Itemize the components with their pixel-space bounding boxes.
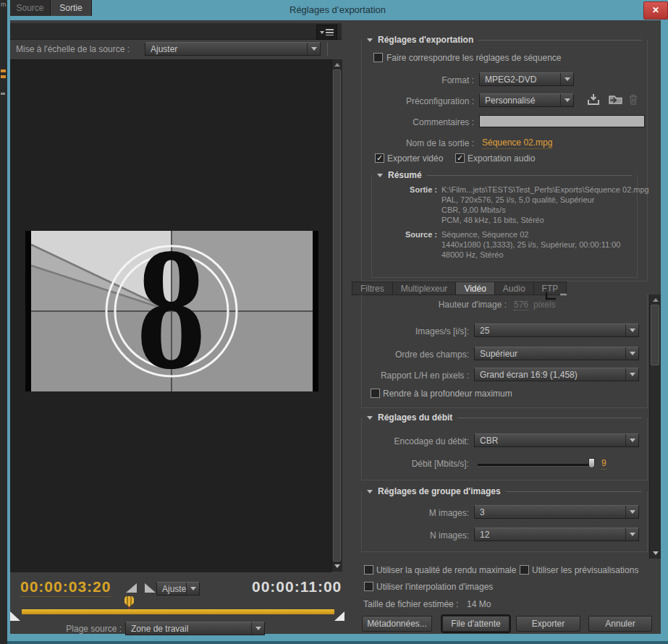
scrollbar-thumb[interactable] bbox=[333, 69, 341, 562]
scroll-down-icon[interactable] bbox=[650, 551, 661, 555]
preset-dropdown[interactable]: Personnalisé bbox=[479, 93, 574, 107]
chevron-down-icon bbox=[625, 324, 638, 336]
summary-output-line: PCM, 48 kHz, 16 bits, Stéréo bbox=[441, 216, 544, 224]
export-button[interactable]: Exporter bbox=[516, 616, 580, 632]
tab-filtres[interactable]: Filtres bbox=[352, 281, 393, 295]
summary-output-label: Sortie : bbox=[376, 185, 437, 194]
background-app-strip: m bbox=[0, 0, 7, 644]
scroll-down-icon[interactable] bbox=[332, 564, 342, 568]
disclosure-triangle-icon bbox=[367, 416, 373, 420]
save-preset-icon[interactable] bbox=[587, 93, 600, 106]
bitrate-encoding-dropdown[interactable]: CBR bbox=[474, 433, 639, 447]
tab-audio[interactable]: Audio bbox=[495, 281, 534, 295]
bitrate-value[interactable]: 9 bbox=[601, 458, 606, 470]
filesize-value: 14 Mo bbox=[467, 599, 491, 609]
chevron-down-icon bbox=[625, 347, 638, 360]
timeline-bar[interactable] bbox=[22, 609, 334, 614]
dialog-title: Réglages d’exportation bbox=[7, 0, 668, 20]
bitrate-label: Débit [Mbits/s]: bbox=[351, 459, 469, 469]
chevron-down-icon bbox=[186, 582, 199, 595]
settings-vertical-scrollbar[interactable] bbox=[649, 295, 661, 559]
chevron-down-icon bbox=[625, 368, 638, 381]
preview-vertical-scrollbar[interactable] bbox=[331, 59, 342, 572]
scroll-up-icon[interactable] bbox=[650, 298, 661, 302]
export-audio-label: Exportation audio bbox=[468, 153, 535, 164]
tab-sortie[interactable]: Sortie bbox=[51, 0, 92, 16]
countdown-digit: 8 bbox=[136, 231, 206, 391]
gop-m-dropdown[interactable]: 3 bbox=[474, 505, 639, 519]
frame-height-value[interactable]: 576 bbox=[514, 300, 528, 310]
bitrate-header[interactable]: Réglages du débit bbox=[367, 412, 642, 423]
disclosure-triangle-icon bbox=[367, 490, 373, 493]
preset-value: Personnalisé bbox=[480, 96, 560, 106]
tab-source[interactable]: Source bbox=[10, 0, 51, 16]
summary-source-line: 1440x1080 (1,3333), 25 i/s, Supérieur, 0… bbox=[441, 240, 620, 249]
fps-dropdown[interactable]: 25 bbox=[474, 323, 639, 337]
countdown-frame-image: 8 bbox=[31, 231, 313, 391]
export-settings-dialog: m Réglages d’exportation ✕ Source Sortie… bbox=[0, 0, 668, 644]
queue-button[interactable]: File d'attente bbox=[442, 616, 510, 632]
title-bar[interactable]: Réglages d’exportation bbox=[7, 0, 668, 21]
link-dimensions-icon[interactable] bbox=[545, 292, 567, 302]
export-video-label: Exporter vidéo bbox=[387, 153, 443, 164]
summary-source-label: Source : bbox=[376, 230, 437, 239]
summary-output-line: K:\Film...jets\TESTS\Test_Perfs\Exports\… bbox=[441, 185, 649, 194]
dialog-border-bottom-shadow bbox=[7, 641, 668, 644]
close-button[interactable]: ✕ bbox=[643, 1, 668, 20]
metadata-button[interactable]: Métadonnées... bbox=[362, 616, 432, 632]
duration-timecode: 00:00:11:00 bbox=[252, 578, 342, 596]
fps-value: 25 bbox=[475, 326, 625, 336]
dialog-border-bottom bbox=[7, 634, 668, 641]
scroll-up-icon[interactable] bbox=[332, 63, 342, 67]
export-settings-header[interactable]: Réglages d'exportation bbox=[367, 35, 642, 45]
gop-header[interactable]: Réglages de groupe d'images bbox=[367, 486, 642, 496]
export-video-checkbox[interactable]: ✓ bbox=[375, 153, 384, 163]
output-name-link[interactable]: Séquence 02.mpg bbox=[482, 137, 552, 149]
output-name-label: Nom de la sortie : bbox=[362, 138, 474, 148]
max-depth-checkbox[interactable] bbox=[371, 389, 380, 398]
scale-dropdown[interactable]: Ajuster bbox=[145, 42, 321, 56]
delete-preset-icon[interactable] bbox=[628, 93, 638, 106]
current-timecode[interactable]: 00:00:03:20 bbox=[20, 578, 111, 597]
export-audio-checkbox[interactable]: ✓ bbox=[455, 153, 465, 163]
scale-label: Mise à l'échelle de la source : bbox=[16, 44, 130, 54]
use-previews-checkbox[interactable] bbox=[520, 565, 529, 575]
pixel-aspect-dropdown[interactable]: Grand écran 16:9 (1,458) bbox=[474, 368, 639, 381]
frame-blending-checkbox[interactable] bbox=[364, 582, 373, 591]
gop-m-value: 3 bbox=[475, 507, 625, 517]
summary-header[interactable]: Résumé bbox=[377, 170, 632, 180]
summary-output-line: CBR, 9,00 Mbits/s bbox=[441, 206, 506, 214]
gop-m-label: M images: bbox=[351, 508, 469, 518]
bitrate-slider-track[interactable] bbox=[478, 464, 593, 467]
source-range-dropdown[interactable]: Zone de travail bbox=[125, 622, 265, 635]
preview-zoom-dropdown[interactable]: Ajuster bbox=[156, 582, 200, 596]
chevron-down-icon bbox=[625, 434, 638, 446]
max-render-quality-checkbox[interactable] bbox=[364, 565, 373, 575]
dialog-border-right bbox=[661, 20, 668, 644]
field-order-dropdown[interactable]: Supérieur bbox=[474, 347, 639, 360]
preview-zoom-value: Ajuster bbox=[157, 584, 186, 594]
format-label: Format : bbox=[362, 75, 474, 85]
scrollbar-thumb[interactable] bbox=[651, 305, 659, 365]
close-icon: ✕ bbox=[652, 5, 659, 15]
panel-menu-button[interactable] bbox=[316, 25, 337, 40]
tab-video[interactable]: Vidéo bbox=[456, 281, 494, 295]
chevron-down-icon bbox=[307, 43, 320, 55]
match-sequence-checkbox[interactable] bbox=[373, 53, 383, 62]
summary-source-line: Séquence, Séquence 02 bbox=[441, 230, 529, 239]
gop-n-value: 12 bbox=[475, 530, 625, 540]
tab-multiplexeur[interactable]: Multiplexeur bbox=[393, 281, 457, 295]
gop-n-dropdown[interactable]: 12 bbox=[474, 528, 639, 541]
hamburger-icon bbox=[326, 29, 334, 35]
format-dropdown[interactable]: MPEG2-DVD bbox=[479, 72, 574, 86]
chevron-down-icon bbox=[560, 73, 573, 85]
import-preset-icon[interactable] bbox=[608, 93, 623, 106]
fps-label: Images/s [i/s]: bbox=[351, 326, 469, 336]
comments-label: Commentaires : bbox=[362, 117, 474, 127]
comments-input[interactable] bbox=[479, 115, 645, 127]
chevron-down-icon bbox=[625, 528, 638, 541]
match-sequence-label: Faire correspondre les réglages de séque… bbox=[386, 53, 561, 63]
bitrate-encoding-label: Encodage du débit: bbox=[351, 436, 469, 446]
cancel-button[interactable]: Annuler bbox=[588, 616, 652, 632]
pixel-aspect-value: Grand écran 16:9 (1,458) bbox=[475, 370, 625, 380]
